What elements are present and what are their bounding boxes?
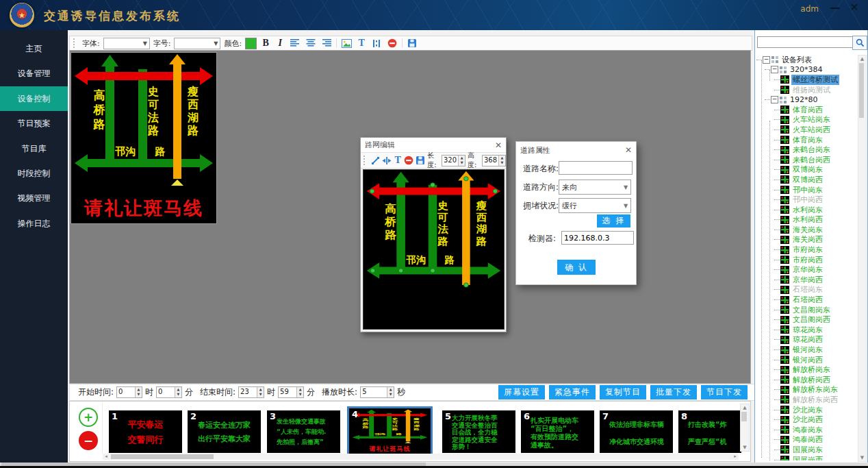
emergency-event-button[interactable]: 紧急事件	[549, 385, 596, 399]
tree-device-node[interactable]: 海关岗东	[756, 225, 860, 235]
tree-device-node[interactable]: 鸿泰岗西	[756, 435, 860, 445]
tree-device-node[interactable]: 双博岗西	[756, 175, 860, 185]
tree-device-node[interactable]: 文昌阁岗东	[756, 305, 860, 315]
start-minute-stepper[interactable]: 0▲▼	[156, 386, 182, 398]
close-icon[interactable]: ✕	[625, 145, 632, 155]
tree-device-node[interactable]: 火车站岗东	[756, 115, 860, 125]
search-button[interactable]	[852, 36, 867, 50]
tree-device-node[interactable]: 琼花岗西	[756, 335, 860, 345]
tree-device-node[interactable]: 鸿泰岗东	[756, 425, 860, 435]
tree-device-node[interactable]: 解放桥东岗东	[756, 385, 860, 395]
tree-device-node[interactable]: 国展岗西	[756, 455, 860, 460]
remove-program-button[interactable]: −	[79, 431, 98, 450]
tree-device-node[interactable]: 市府岗东	[756, 245, 860, 255]
tree-root-node[interactable]: −设备列表	[756, 55, 860, 65]
tree-device-node[interactable]: 解放桥岗东	[756, 365, 860, 375]
tree-device-node[interactable]: 京华岗东	[756, 264, 860, 275]
sidebar-item-operation-log[interactable]: 操作日志	[0, 211, 68, 236]
add-program-button[interactable]: +	[79, 408, 98, 427]
align-center-icon[interactable]	[305, 37, 317, 49]
end-hour-stepper[interactable]: 23▲▼	[238, 386, 264, 398]
road-direction-select[interactable]: 来向▼	[559, 180, 631, 195]
spin-up-icon[interactable]: ▲	[459, 156, 465, 160]
tree-device-node[interactable]: 文昌阁岗西	[756, 315, 860, 325]
spin-down-icon[interactable]: ▼	[459, 160, 465, 165]
length-stepper[interactable]: 320▲▼	[442, 155, 465, 167]
sidebar-item-device-control[interactable]: 设备控制	[0, 86, 68, 111]
scroll-down-icon[interactable]: ▼	[741, 444, 749, 451]
tree-device-node[interactable]: 琼花岗东	[756, 325, 860, 335]
screen-settings-button[interactable]: 屏幕设置	[498, 385, 545, 399]
congestion-select[interactable]: 缓行▼	[559, 198, 631, 213]
end-minute-stepper[interactable]: 59▲▼	[278, 386, 304, 398]
batch-send-button[interactable]: 批量下发	[650, 385, 697, 399]
scroll-left-icon[interactable]: ◂	[103, 454, 110, 460]
tree-device-node[interactable]: 石塔岗西	[756, 295, 860, 305]
tree-group-node[interactable]: −320*384	[756, 65, 860, 75]
minimize-button[interactable]: —	[826, 0, 845, 16]
color-swatch[interactable]	[245, 38, 257, 49]
delete-icon[interactable]	[386, 37, 398, 49]
align-left-icon[interactable]	[289, 37, 301, 49]
height-stepper[interactable]: 368▲▼	[482, 155, 506, 167]
select-detector-button[interactable]: 选 择	[597, 214, 630, 227]
program-thumbnail-4[interactable]: 4高桥路史可法路瘦西湖路邗沟路请礼让斑马线	[347, 406, 433, 456]
tree-device-node[interactable]: 市府岗西	[756, 255, 860, 265]
tree-device-node[interactable]: 解放桥岗西	[756, 375, 860, 385]
italic-button[interactable]: I	[275, 38, 285, 49]
tree-device-node[interactable]: 螺丝湾桥测试	[756, 75, 860, 85]
program-list-vertical-scrollbar[interactable]: ▲ ▼	[740, 404, 750, 452]
tree-device-node[interactable]: 沙北岗东	[756, 405, 860, 415]
save-icon[interactable]	[406, 37, 418, 49]
detector-field[interactable]	[561, 231, 634, 245]
bold-button[interactable]: B	[260, 38, 271, 49]
tree-device-node[interactable]: 邗中岗西	[756, 195, 860, 205]
program-thumbnail-5[interactable]: 5大力开展秋冬季交通安全整治百日会战，全力稳定道路交通安全形势！	[442, 410, 515, 453]
font-select[interactable]: ▼	[103, 38, 150, 49]
sidebar-item-program-library[interactable]: 节目库	[0, 136, 68, 161]
scroll-right-icon[interactable]: ▸	[732, 454, 739, 460]
tree-device-node[interactable]: 京华岗西	[756, 275, 860, 285]
draw-line-icon[interactable]	[370, 154, 380, 167]
tree-device-node[interactable]: 邗中岗东	[756, 185, 860, 195]
sidebar-item-video-manage[interactable]: 视频管理	[0, 186, 68, 210]
tree-device-node[interactable]: 国展岗东	[756, 445, 860, 455]
spin-up-icon[interactable]: ▲	[499, 156, 505, 160]
tree-device-node[interactable]: 火车站岗西	[756, 125, 860, 135]
close-button[interactable]: ✕	[845, 0, 864, 16]
program-thumbnail-6[interactable]: 6扎实开展电动车“百日整治”，有效预防道路交通事故。	[521, 410, 594, 453]
tree-device-node[interactable]: 体育岗西	[756, 105, 860, 115]
insert-image-icon[interactable]	[340, 37, 353, 49]
font-size-select[interactable]: ▼	[174, 38, 220, 49]
scroll-down-icon[interactable]: ▼	[858, 454, 866, 461]
dialog-titlebar[interactable]: 道路属性 ✕	[516, 142, 636, 158]
program-list-horizontal-scrollbar[interactable]: ◂ ▸	[103, 454, 739, 460]
sidebar-item-program-plan[interactable]: 节目预案	[0, 111, 68, 136]
tree-device-node[interactable]: 来鹤台岗西	[756, 155, 860, 165]
program-thumbnail-7[interactable]: 7依法治理非标车辆净化城市交通环境	[600, 410, 673, 453]
device-search-input[interactable]	[757, 36, 853, 48]
collapse-icon[interactable]: −	[771, 66, 778, 73]
sidebar-item-period-control[interactable]: 时段控制	[0, 161, 68, 186]
close-icon[interactable]: ✕	[495, 140, 502, 150]
design-canvas[interactable]: 高桥路史可法路瘦西湖路邗沟路 请礼让斑马线 路网编辑 ✕ T 长度: 320	[69, 50, 751, 384]
text-tool-button[interactable]: T	[394, 155, 402, 166]
copy-program-button[interactable]: 复制节目	[600, 385, 646, 399]
spin-down-icon[interactable]: ▼	[499, 160, 505, 165]
tree-device-node[interactable]: 沙北岗西	[756, 415, 860, 425]
collapse-icon[interactable]: −	[771, 96, 778, 103]
tree-device-node[interactable]: 水利岗东	[756, 205, 860, 215]
collapse-icon[interactable]: −	[763, 56, 770, 64]
tree-device-node[interactable]: 水利岗西	[756, 215, 860, 225]
scrollbar-thumb[interactable]	[741, 412, 747, 421]
program-thumbnail-1[interactable]: 1平安春运交警同行	[109, 410, 182, 453]
scroll-up-icon[interactable]: ▲	[741, 404, 749, 411]
tree-device-node[interactable]: 体育岗东	[756, 135, 860, 145]
road-network-icon[interactable]	[370, 37, 383, 49]
tree-device-node[interactable]: 来鹤台岗东	[756, 145, 860, 155]
duration-stepper[interactable]: 5▲▼	[360, 386, 394, 398]
device-tree-scrollbar[interactable]: ▲ ▼	[858, 55, 867, 462]
tree-device-node[interactable]: 银河岗东	[756, 345, 860, 355]
sidebar-item-device-manage[interactable]: 设备管理	[0, 61, 68, 86]
scroll-up-icon[interactable]: ▲	[858, 56, 866, 62]
